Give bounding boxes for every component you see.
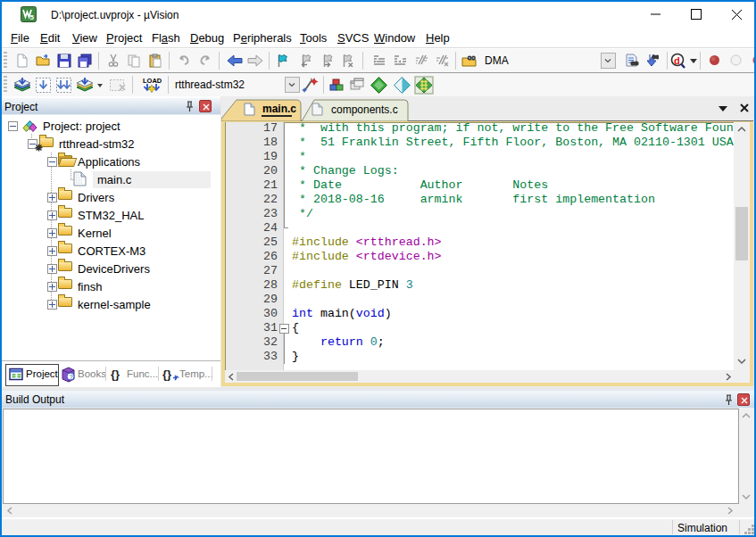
svg-text:5: 5 [30, 13, 35, 21]
svg-text:LOAD: LOAD [143, 77, 162, 85]
svg-text:?: ? [69, 373, 72, 381]
svg-text:d: d [674, 55, 680, 66]
